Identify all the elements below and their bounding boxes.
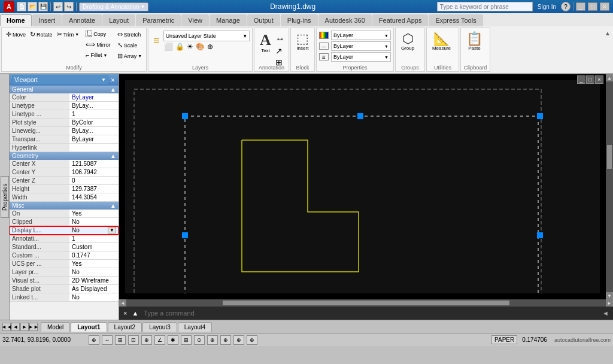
drawing-canvas[interactable]: X Y ▲ ▼ _ □ × [119, 74, 613, 299]
tab-autodesk360[interactable]: Autodesk 360 [318, 14, 372, 26]
search-input[interactable] [437, 2, 533, 11]
centerx-value[interactable]: 121.5087 [69, 160, 119, 168]
tab-view[interactable]: View [181, 14, 209, 26]
move-btn[interactable]: ✛ Move [4, 29, 28, 40]
tab-annotate[interactable]: Annotate [62, 14, 102, 26]
tab-nav-last[interactable]: ►► [29, 323, 38, 331]
scroll-thumb[interactable] [607, 83, 612, 291]
tab-layout3[interactable]: Layout3 [142, 322, 177, 332]
displaylock-dropdown-arrow[interactable]: ▼ [108, 227, 116, 233]
tab-nav-next[interactable]: ► [20, 323, 29, 331]
tab-featuredapps[interactable]: Featured Apps [372, 14, 429, 26]
leader-btn[interactable]: ↗ [274, 46, 286, 56]
paste-btn[interactable]: 📋 Paste [463, 31, 485, 53]
modify-group-label[interactable]: Modify [2, 65, 146, 71]
canvas-close-btn[interactable]: × [595, 75, 603, 84]
centery-value[interactable]: 106.7942 [69, 168, 119, 177]
layerpr-value[interactable]: No [69, 268, 119, 277]
geometry-section-header[interactable]: Geometry ▲ [10, 152, 119, 160]
ucsper-value[interactable]: Yes [69, 260, 119, 268]
app-logo[interactable]: A [4, 1, 14, 12]
centerz-value[interactable]: 0 [69, 177, 119, 185]
displaylock-value[interactable]: No ▼ [69, 226, 119, 234]
hyperlink-value[interactable] [69, 144, 119, 152]
close-btn[interactable]: × [600, 2, 609, 11]
layer-state-dropdown[interactable]: Unsaved Layer State ▼ [163, 31, 250, 41]
panel-close-btn[interactable]: × [110, 76, 116, 84]
workspace-dropdown[interactable]: Drafting & Annotation ▼ [79, 2, 148, 11]
command-input[interactable] [141, 310, 599, 317]
maximize-btn[interactable]: □ [588, 2, 597, 11]
scroll-up-btn[interactable]: ▲ [606, 74, 613, 81]
layer-icon-1[interactable]: ⬜ [163, 42, 174, 51]
linetype-value[interactable]: ByLay... [69, 102, 119, 110]
insert-btn[interactable]: ⬚ Insert [293, 31, 312, 53]
osnap-btn[interactable]: ∠ [154, 335, 165, 345]
utilities-group-label[interactable]: Utilities [427, 65, 459, 71]
tab-manage[interactable]: Manage [210, 14, 247, 26]
canvas-minimize-btn[interactable]: _ [577, 75, 585, 84]
layer-props-btn[interactable]: ≡ [151, 34, 162, 48]
color-dropdown[interactable]: ByLayer ▼ [331, 31, 391, 40]
stretch-btn[interactable]: ⇔ Stretch [116, 29, 144, 40]
hscroll-track[interactable] [128, 301, 605, 305]
plotstyle-value[interactable]: ByColor [69, 119, 119, 127]
undo-btn[interactable]: ↩ [53, 2, 63, 11]
layer-icon-2[interactable]: 🔒 [175, 42, 185, 51]
block-group-label[interactable]: Block [291, 65, 314, 71]
fillet-btn[interactable]: ⌐ Fillet ▼ [84, 50, 113, 60]
tab-plugins[interactable]: Plug-ins [281, 14, 318, 26]
layer-icon-3[interactable]: ☀ [186, 42, 194, 51]
rotate-btn[interactable]: ↻ Rotate [28, 29, 54, 40]
cmd-expand-btn[interactable]: ▲ [130, 310, 140, 317]
sign-in-btn[interactable]: Sign In [535, 4, 559, 10]
lineweight-dropdown[interactable]: ByLayer ▼ [331, 52, 391, 62]
layer-icon-5[interactable]: ⊕ [207, 42, 214, 51]
annotscale-value[interactable]: 1 [69, 235, 119, 243]
canvas-restore-btn[interactable]: □ [586, 75, 594, 84]
properties-group-label[interactable]: Properties [317, 65, 393, 71]
scroll-down-btn[interactable]: ▼ [606, 292, 613, 299]
annotation-group-label[interactable]: Annotation [254, 65, 289, 71]
cmd-close-btn[interactable]: × [122, 310, 129, 317]
trim-btn[interactable]: ✂ Trim ▼ [55, 29, 81, 40]
otrack-btn[interactable]: ✱ [168, 335, 178, 345]
qp-btn[interactable]: ⊕ [233, 335, 244, 345]
tab-layout4[interactable]: Layout4 [178, 322, 213, 332]
ribbon-collapse-btn[interactable]: ▲ [603, 28, 612, 72]
layers-group-label[interactable]: Layers [148, 65, 252, 71]
clipped-value[interactable]: No [69, 218, 119, 226]
standard-value[interactable]: Custom [69, 243, 119, 251]
new-btn[interactable]: 📄 [17, 2, 26, 11]
linetype-dropdown[interactable]: ByLayer ▼ [331, 41, 391, 51]
height-value[interactable]: 129.7387 [69, 185, 119, 193]
save-btn[interactable]: 💾 [38, 2, 48, 11]
tab-output[interactable]: Output [247, 14, 280, 26]
viewport-dropdown[interactable]: Viewport ▼ [12, 75, 108, 84]
text-btn[interactable]: A Text [257, 31, 274, 55]
transparency-value[interactable]: ByLayer [69, 135, 119, 144]
ducs-btn[interactable]: ⊞ [181, 335, 192, 345]
help-btn[interactable]: ? [561, 2, 570, 11]
copy-btn[interactable]: ⿺ Copy [84, 29, 113, 39]
tab-layout1[interactable]: Layout1 [71, 322, 107, 332]
on-value[interactable]: Yes [69, 210, 119, 218]
tab-insert[interactable]: Insert [32, 14, 62, 26]
shadeplot-value[interactable]: As Displayed [69, 285, 119, 293]
hscroll-right-btn[interactable]: ► [606, 299, 613, 307]
clipboard-group-label[interactable]: Clipboard [461, 65, 490, 71]
general-section-header[interactable]: General ▲ [10, 86, 119, 93]
linetypescale-value[interactable]: 1 [69, 110, 119, 119]
group-btn[interactable]: ⬡ Group [398, 31, 417, 53]
groups-group-label[interactable]: Groups [396, 65, 424, 71]
dimension-btn[interactable]: ↔ [274, 33, 286, 45]
crosshair-btn[interactable]: ⊕ [89, 335, 99, 345]
measure-btn[interactable]: 📐 Measure [429, 31, 454, 53]
layer-icon-4[interactable]: 🎨 [195, 42, 205, 51]
misc-section-header[interactable]: Misc ▲ [10, 202, 119, 210]
properties-vtab[interactable]: Properties [1, 176, 9, 218]
array-btn[interactable]: ⊞ Array ▼ [116, 51, 144, 61]
cmd-arrow-btn[interactable]: ◄ [600, 310, 611, 317]
minimize-btn[interactable]: _ [576, 2, 585, 11]
tab-parametric[interactable]: Parametric [136, 14, 181, 26]
